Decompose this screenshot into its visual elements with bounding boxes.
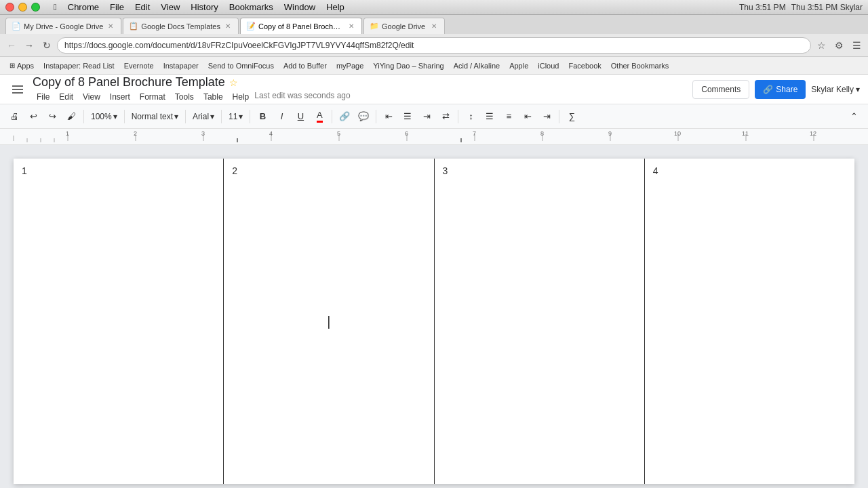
- tab-close-icon[interactable]: ✕: [106, 22, 115, 31]
- tab-close-icon[interactable]: ✕: [223, 22, 233, 31]
- maximize-button[interactable]: [31, 3, 40, 12]
- address-bar[interactable]: https://docs.google.com/document/d/18vFR…: [57, 37, 811, 54]
- style-dropdown-icon: ▾: [174, 112, 178, 121]
- url-text: https://docs.google.com/document/d/18vFR…: [64, 41, 804, 50]
- history-menu[interactable]: History: [191, 2, 218, 12]
- align-right-button[interactable]: ⇥: [418, 108, 435, 125]
- browser-menu-icon[interactable]: ☰: [849, 38, 864, 53]
- docs-toolbar: 🖨 ↩ ↪ 🖌 100% ▾ Normal text ▾ Arial ▾ 11 …: [0, 104, 868, 129]
- style-select[interactable]: Normal text ▾: [128, 108, 182, 125]
- mac-menu-bar:  Chrome File Edit View History Bookmark…: [54, 2, 344, 12]
- doc-panel-1[interactable]: 1: [14, 159, 224, 484]
- user-avatar[interactable]: Skylar Kelly ▾: [811, 85, 860, 94]
- tab-my-drive[interactable]: 📄 My Drive - Google Drive ✕: [5, 18, 121, 34]
- text-cursor: |: [327, 314, 330, 329]
- share-button[interactable]: 🔗 Share: [755, 80, 806, 99]
- tab-close-icon[interactable]: ✕: [347, 22, 356, 31]
- minimize-button[interactable]: [18, 3, 27, 12]
- user-dropdown-icon: ▾: [856, 85, 860, 94]
- help-menu[interactable]: Help: [326, 2, 344, 12]
- bookmark-acid-alkaline[interactable]: Acid / Alkaline: [450, 60, 504, 71]
- bookmark-instapaper-read[interactable]: Instapaper: Read List: [39, 60, 119, 71]
- bookmark-evernote[interactable]: Evernote: [120, 60, 158, 71]
- docs-table-menu[interactable]: Table: [199, 91, 227, 103]
- bookmark-mypage[interactable]: myPage: [332, 60, 368, 71]
- window-menu[interactable]: Window: [284, 2, 315, 12]
- docs-title-area: Copy of 8 Panel Brochure Template ☆ File…: [33, 75, 687, 103]
- link-button[interactable]: 🔗: [336, 108, 353, 125]
- datetime-display: Thu 3:51 PM: [739, 3, 786, 12]
- comment-button[interactable]: 💬: [355, 108, 372, 125]
- doc-panel-4[interactable]: 4: [645, 159, 854, 484]
- bookmark-label: Apps: [17, 62, 34, 70]
- bookmark-instapaper[interactable]: Instapaper: [159, 60, 203, 71]
- view-menu[interactable]: View: [161, 2, 180, 12]
- last-edit-status: Last edit was seconds ago: [254, 91, 350, 103]
- comments-button[interactable]: Comments: [692, 80, 749, 99]
- collapse-toolbar-button[interactable]: ⌃: [845, 108, 863, 125]
- svg-text:4: 4: [269, 130, 273, 137]
- align-center-button[interactable]: ☰: [399, 108, 416, 125]
- font-size-select[interactable]: 11 ▾: [225, 108, 246, 125]
- bookmark-other[interactable]: Other Bookmarks: [607, 60, 673, 71]
- underline-button[interactable]: U: [292, 108, 309, 125]
- bookmark-facebook[interactable]: Facebook: [564, 60, 605, 71]
- bookmarks-menu[interactable]: Bookmarks: [229, 2, 273, 12]
- tab-favicon: 📁: [370, 22, 379, 31]
- doc-panel-2[interactable]: 2 |: [224, 159, 434, 484]
- back-button[interactable]: ←: [4, 38, 19, 53]
- bookmark-apps[interactable]: ⊞ Apps: [5, 60, 38, 71]
- numbered-list-button[interactable]: ≡: [500, 108, 517, 125]
- extensions-icon[interactable]: ⚙: [831, 38, 846, 53]
- docs-format-menu[interactable]: Format: [136, 91, 170, 103]
- paint-format-button[interactable]: 🖌: [62, 108, 80, 125]
- forward-button[interactable]: →: [22, 38, 37, 53]
- bookmark-label: Send to OmniFocus: [208, 62, 274, 70]
- toolbar-divider: [185, 110, 186, 123]
- zoom-select[interactable]: 100% ▾: [87, 108, 121, 125]
- docs-file-menu[interactable]: File: [33, 91, 54, 103]
- toolbar-divider: [559, 110, 559, 123]
- docs-menu-icon[interactable]: [8, 80, 27, 99]
- file-menu[interactable]: File: [110, 2, 124, 12]
- refresh-button[interactable]: ↻: [39, 38, 54, 53]
- edit-menu[interactable]: Edit: [135, 2, 150, 12]
- docs-tools-menu[interactable]: Tools: [171, 91, 198, 103]
- share-icon: 🔗: [763, 85, 773, 94]
- undo-button[interactable]: ↩: [24, 108, 42, 125]
- bookmark-star-icon[interactable]: ☆: [814, 38, 829, 53]
- bold-button[interactable]: B: [254, 108, 271, 125]
- font-select[interactable]: Arial ▾: [189, 108, 218, 125]
- bookmark-buffer[interactable]: Add to Buffer: [279, 60, 331, 71]
- line-spacing-button[interactable]: ↕: [462, 108, 479, 125]
- bookmark-omnifocus[interactable]: Send to OmniFocus: [204, 60, 278, 71]
- star-icon[interactable]: ☆: [229, 77, 238, 88]
- formula-button[interactable]: ∑: [563, 108, 580, 125]
- tab-brochure[interactable]: 📝 Copy of 8 Panel Brochure Template ✕: [240, 18, 362, 34]
- bookmark-icloud[interactable]: iCloud: [534, 60, 563, 71]
- indent-decrease-button[interactable]: ⇤: [519, 108, 536, 125]
- italic-button[interactable]: I: [273, 108, 290, 125]
- chrome-menu[interactable]: Chrome: [68, 2, 99, 12]
- font-color-button[interactable]: A: [311, 108, 328, 125]
- close-button[interactable]: [5, 3, 14, 12]
- bookmark-apple[interactable]: Apple: [505, 60, 532, 71]
- docs-help-menu[interactable]: Help: [229, 91, 254, 103]
- justify-button[interactable]: ⇄: [437, 108, 454, 125]
- doc-panel-3[interactable]: 3: [435, 159, 645, 484]
- tab-google-drive[interactable]: 📁 Google Drive ✕: [363, 18, 445, 34]
- align-left-button[interactable]: ⇤: [380, 108, 397, 125]
- apple-menu[interactable]: : [54, 2, 57, 12]
- docs-view-menu[interactable]: View: [79, 91, 104, 103]
- bookmark-yiying[interactable]: YiYing Dao – Sharing: [369, 60, 448, 71]
- redo-button[interactable]: ↪: [43, 108, 61, 125]
- docs-main-area[interactable]: 1 2 | 3 4: [0, 145, 868, 488]
- indent-increase-button[interactable]: ⇥: [538, 108, 555, 125]
- doc-page[interactable]: 1 2 | 3 4: [14, 159, 854, 484]
- docs-insert-menu[interactable]: Insert: [106, 91, 134, 103]
- bullet-list-button[interactable]: ☰: [481, 108, 498, 125]
- tab-docs-templates[interactable]: 📋 Google Docs Templates ✕: [123, 18, 239, 34]
- tab-close-icon[interactable]: ✕: [429, 22, 439, 31]
- docs-edit-menu[interactable]: Edit: [55, 91, 77, 103]
- print-button[interactable]: 🖨: [5, 108, 23, 125]
